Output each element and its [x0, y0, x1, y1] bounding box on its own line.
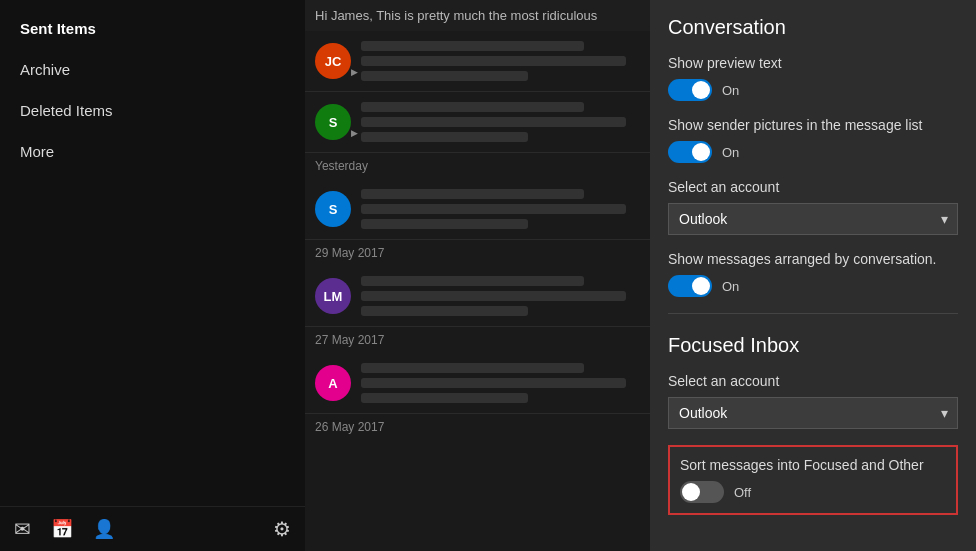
- avatar: A: [315, 365, 351, 401]
- message-content: [361, 363, 640, 403]
- date-divider: 27 May 2017: [305, 327, 650, 353]
- show-preview-toggle-text: On: [722, 83, 739, 98]
- sidebar-nav: Sent ItemsArchiveDeleted ItemsMore: [0, 0, 305, 506]
- avatar: S: [315, 191, 351, 227]
- blur-bar: [361, 306, 528, 316]
- select-account-dropdown[interactable]: Outlook: [668, 203, 958, 235]
- blur-bar: [361, 189, 584, 199]
- sidebar-item-archive[interactable]: Archive: [0, 49, 305, 90]
- show-arranged-row: Show messages arranged by conversation. …: [668, 251, 958, 297]
- sidebar-item-deleted-items[interactable]: Deleted Items: [0, 90, 305, 131]
- blur-bar: [361, 219, 528, 229]
- show-sender-label: Show sender pictures in the message list: [668, 117, 958, 133]
- show-preview-row: Show preview text On: [668, 55, 958, 101]
- avatar: JC: [315, 43, 351, 79]
- blur-bar: [361, 363, 584, 373]
- blur-bar: [361, 132, 528, 142]
- focused-select-label: Select an account: [668, 373, 958, 389]
- message-item[interactable]: S▶: [305, 92, 650, 153]
- avatar: S: [315, 104, 351, 140]
- show-sender-row: Show sender pictures in the message list…: [668, 117, 958, 163]
- message-item[interactable]: JC▶: [305, 31, 650, 92]
- sidebar: Sent ItemsArchiveDeleted ItemsMore ✉ 📅 👤…: [0, 0, 305, 551]
- message-content: [361, 41, 640, 81]
- show-sender-toggle-text: On: [722, 145, 739, 160]
- expand-arrow-icon[interactable]: ▶: [351, 67, 358, 77]
- show-preview-label: Show preview text: [668, 55, 958, 71]
- settings-panel: Conversation Show preview text On Show s…: [650, 0, 976, 551]
- blur-bar: [361, 41, 584, 51]
- conversation-title: Conversation: [668, 16, 958, 39]
- sidebar-item-more[interactable]: More: [0, 131, 305, 172]
- date-divider: 26 May 2017: [305, 414, 650, 440]
- message-content: [361, 276, 640, 316]
- blur-bar: [361, 276, 584, 286]
- focused-inbox-title: Focused Inbox: [668, 334, 958, 357]
- expand-arrow-icon[interactable]: ▶: [351, 128, 358, 138]
- date-divider: 29 May 2017: [305, 240, 650, 266]
- blur-bar: [361, 71, 528, 81]
- date-divider: Yesterday: [305, 153, 650, 179]
- show-preview-toggle[interactable]: [668, 79, 712, 101]
- message-item[interactable]: S: [305, 179, 650, 240]
- top-bar: Hi James, This is pretty much the most r…: [305, 0, 650, 31]
- blur-bar: [361, 117, 626, 127]
- sidebar-bottom: ✉ 📅 👤 ⚙: [0, 506, 305, 551]
- show-arranged-label: Show messages arranged by conversation.: [668, 251, 958, 267]
- people-icon[interactable]: 👤: [93, 518, 115, 540]
- blur-bar: [361, 291, 626, 301]
- blur-bar: [361, 393, 528, 403]
- show-sender-toggle[interactable]: [668, 141, 712, 163]
- select-account-wrapper: Outlook: [668, 203, 958, 235]
- sort-messages-box: Sort messages into Focused and Other Off: [668, 445, 958, 515]
- calendar-icon[interactable]: 📅: [51, 518, 73, 540]
- blur-bar: [361, 56, 626, 66]
- show-arranged-toggle-text: On: [722, 279, 739, 294]
- message-content: [361, 102, 640, 142]
- message-item[interactable]: LM: [305, 266, 650, 327]
- message-list: Hi James, This is pretty much the most r…: [305, 0, 650, 551]
- select-account-row: Select an account Outlook: [668, 179, 958, 235]
- sort-messages-toggle[interactable]: [680, 481, 724, 503]
- sidebar-item-sent-items[interactable]: Sent Items: [0, 8, 305, 49]
- message-content: [361, 189, 640, 229]
- settings-icon[interactable]: ⚙: [273, 517, 291, 541]
- avatar: LM: [315, 278, 351, 314]
- blur-bar: [361, 378, 626, 388]
- focused-select-wrapper: Outlook: [668, 397, 958, 429]
- blur-bar: [361, 102, 584, 112]
- focused-inbox-section: Focused Inbox Select an account Outlook …: [668, 334, 958, 515]
- divider: [668, 313, 958, 314]
- focused-select-row: Select an account Outlook: [668, 373, 958, 429]
- show-arranged-toggle[interactable]: [668, 275, 712, 297]
- select-account-label: Select an account: [668, 179, 958, 195]
- mail-icon[interactable]: ✉: [14, 517, 31, 541]
- sort-messages-label: Sort messages into Focused and Other: [680, 457, 946, 473]
- sort-messages-toggle-text: Off: [734, 485, 751, 500]
- blur-bar: [361, 204, 626, 214]
- focused-select-dropdown[interactable]: Outlook: [668, 397, 958, 429]
- message-item[interactable]: A: [305, 353, 650, 414]
